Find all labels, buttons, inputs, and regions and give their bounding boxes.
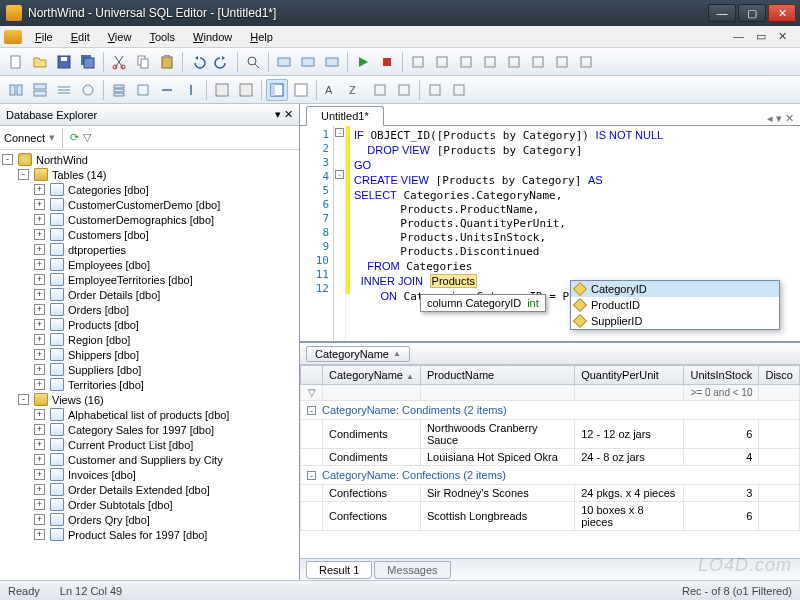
menu-window[interactable]: Window [184,29,241,45]
toolbar-button[interactable] [369,79,391,101]
pin-icon[interactable]: ▾ ✕ [275,108,293,121]
grid-cell[interactable]: Confections [323,502,421,531]
tree-table-item[interactable]: CustomerCustomerDemo [dbo] [68,199,220,211]
toolbar-button[interactable] [431,51,453,73]
column-header[interactable]: Disco [759,366,800,385]
table-row[interactable]: ConfectionsSir Rodney's Scones24 pkgs. x… [301,485,800,502]
grid-cell[interactable]: 24 pkgs. x 4 pieces [575,485,684,502]
mdi-restore-button[interactable]: ▭ [753,30,769,43]
tree-tables-label[interactable]: Tables (14) [52,169,106,181]
tree-table-item[interactable]: Suppliers [dbo] [68,364,141,376]
grid-cell[interactable]: Condiments [323,449,421,466]
toolbar-button[interactable] [503,51,525,73]
tree-table-item[interactable]: Employees [dbo] [68,259,150,271]
toolbar-button[interactable] [290,79,312,101]
tree-expander[interactable]: + [34,364,45,375]
tree-view-item[interactable]: Order Details Extended [dbo] [68,484,210,496]
connect-label[interactable]: Connect [4,132,45,144]
copy-button[interactable] [132,51,154,73]
toolbar-button[interactable] [321,51,343,73]
toolbar-button[interactable] [424,79,446,101]
result-tab-result1[interactable]: Result 1 [306,561,372,579]
filter-cell[interactable]: >= 0 and < 10 [684,385,759,401]
tree-table-item[interactable]: dtproperties [68,244,126,256]
redo-button[interactable] [211,51,233,73]
menu-edit[interactable]: Edit [62,29,99,45]
tree-expander[interactable]: - [18,394,29,405]
tree-table-item[interactable]: Products [dbo] [68,319,139,331]
grid-cell[interactable]: Northwoods Cranberry Sauce [420,420,574,449]
menu-tools[interactable]: Tools [140,29,184,45]
tree-expander[interactable]: + [34,289,45,300]
tree-expander[interactable]: + [34,184,45,195]
tree-expander[interactable]: + [34,229,45,240]
toolbar-button[interactable] [448,79,470,101]
filter-cell[interactable] [323,385,421,401]
tree-table-item[interactable]: Region [dbo] [68,334,130,346]
tree-view-item[interactable]: Invoices [dbo] [68,469,136,481]
fold-strip[interactable]: - - [334,126,346,341]
paste-button[interactable] [156,51,178,73]
toolbar-button[interactable] [108,79,130,101]
grid-cell[interactable]: 4 [684,449,759,466]
tree-table-item[interactable]: Order Details [dbo] [68,289,160,301]
toolbar-button[interactable] [527,51,549,73]
tree-expander[interactable]: + [34,424,45,435]
database-tree[interactable]: -NorthWind-Tables (14)+Categories [dbo]+… [0,150,299,580]
tree-expander[interactable]: + [34,514,45,525]
tree-expander[interactable]: + [34,244,45,255]
tree-table-item[interactable]: Customers [dbo] [68,229,149,241]
tree-view-item[interactable]: Alphabetical list of products [dbo] [68,409,229,421]
column-header[interactable]: CategoryName▲ [323,366,421,385]
tree-expander[interactable]: + [34,304,45,315]
grid-cell[interactable]: Scottish Longbreads [420,502,574,531]
grid-cell[interactable] [759,449,800,466]
tree-table-item[interactable]: Categories [dbo] [68,184,149,196]
tree-expander[interactable]: + [34,529,45,540]
find-button[interactable] [242,51,264,73]
grid-cell[interactable]: 12 - 12 oz jars [575,420,684,449]
tree-expander[interactable]: - [18,169,29,180]
column-header[interactable]: ProductName [420,366,574,385]
mdi-close-button[interactable]: ✕ [775,30,790,43]
tree-view-item[interactable]: Current Product List [dbo] [68,439,193,451]
suggestion-item[interactable]: SupplierID [591,315,642,327]
tree-expander[interactable]: + [34,259,45,270]
refresh-icon[interactable]: ⟳ [70,131,79,144]
tree-expander[interactable]: + [34,484,45,495]
column-header[interactable]: QuantityPerUnit [575,366,684,385]
undo-button[interactable] [187,51,209,73]
menu-file[interactable]: File [26,29,62,45]
filter-cell[interactable] [575,385,684,401]
save-button[interactable] [53,51,75,73]
grid-cell[interactable]: 6 [684,502,759,531]
tree-expander[interactable]: + [34,454,45,465]
tree-view-item[interactable]: Customer and Suppliers by City [68,454,223,466]
grid-cell[interactable]: 10 boxes x 8 pieces [575,502,684,531]
tree-expander[interactable]: + [34,409,45,420]
tree-expander[interactable]: + [34,469,45,480]
tree-table-item[interactable]: Shippers [dbo] [68,349,139,361]
window-close-button[interactable]: ✕ [768,4,796,22]
group-by-chip[interactable]: CategoryName ▲ [306,346,410,362]
tree-root-label[interactable]: NorthWind [36,154,88,166]
filter-icon[interactable]: ▽ [83,131,91,144]
tree-expander[interactable]: + [34,199,45,210]
toolbar-button[interactable] [393,79,415,101]
results-grid[interactable]: CategoryName▲ProductNameQuantityPerUnitU… [300,365,800,558]
stop-button[interactable] [376,51,398,73]
tree-expander[interactable]: + [34,499,45,510]
tree-table-item[interactable]: Orders [dbo] [68,304,129,316]
menu-view[interactable]: View [99,29,141,45]
grid-cell[interactable] [759,502,800,531]
tree-view-item[interactable]: Order Subtotals [dbo] [68,499,173,511]
filter-cell[interactable] [759,385,800,401]
filter-cell[interactable] [420,385,574,401]
toolbar-button[interactable] [455,51,477,73]
toolbar-button[interactable] [132,79,154,101]
toolbar-button[interactable] [180,79,202,101]
save-all-button[interactable] [77,51,99,73]
grid-cell[interactable]: Sir Rodney's Scones [420,485,574,502]
suggestion-item[interactable]: ProductID [591,299,640,311]
new-button[interactable] [5,51,27,73]
